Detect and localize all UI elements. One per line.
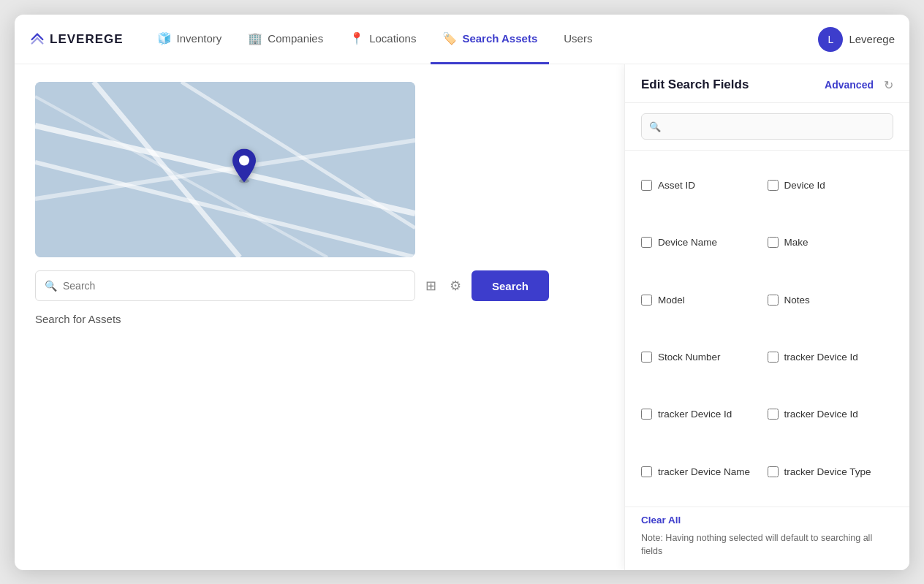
companies-icon: 🏢	[248, 31, 262, 45]
checkbox-tracker-device-type[interactable]	[768, 466, 779, 477]
field-item-tracker-device-type: tracker Device Type	[768, 443, 894, 500]
app-window: LEVEREGE 🧊 Inventory 🏢 Companies 📍 Locat…	[15, 15, 909, 570]
grid-icon[interactable]: ⊞	[423, 278, 439, 294]
checkbox-stock-number[interactable]	[641, 352, 652, 363]
nav-items: 🧊 Inventory 🏢 Companies 📍 Locations 🏷️ S…	[145, 15, 819, 64]
panel-footer: Clear All Note: Having nothing selected …	[625, 507, 909, 571]
map-container	[35, 82, 415, 257]
panel-header: Edit Search Fields Advanced ↻	[625, 64, 909, 103]
logo-text: LEVEREGE	[50, 32, 124, 47]
field-item-device-name: Device Name	[641, 213, 768, 270]
field-item-asset-id: Asset ID	[641, 156, 768, 213]
locations-icon: 📍	[349, 31, 364, 45]
checkbox-tracker-device-id-3[interactable]	[768, 409, 779, 420]
edit-panel: Edit Search Fields Advanced ↻ 🔍 Asset ID…	[624, 64, 909, 570]
checkbox-tracker-device-id-2[interactable]	[641, 409, 652, 420]
logo[interactable]: LEVEREGE	[29, 31, 124, 48]
search-button[interactable]: Search	[472, 270, 549, 301]
search-input-wrap[interactable]: 🔍	[35, 270, 415, 301]
fields-grid: Asset IDDevice IdDevice NameMakeModelNot…	[625, 151, 909, 507]
field-label-stock-number: Stock Number	[658, 352, 721, 363]
avatar: L	[818, 27, 843, 52]
field-item-device-id: Device Id	[768, 156, 894, 213]
inventory-icon: 🧊	[157, 31, 172, 45]
checkbox-device-name[interactable]	[641, 237, 652, 248]
main-content: 🔍 ⊞ ⚙ Search Search for Assets Edit Sear…	[15, 64, 909, 570]
nav-item-inventory[interactable]: 🧊 Inventory	[145, 15, 234, 64]
nav-label-locations: Locations	[369, 32, 416, 45]
checkbox-tracker-device-name[interactable]	[641, 466, 652, 477]
field-label-tracker-device-type: tracker Device Type	[784, 466, 871, 477]
panel-note: Note: Having nothing selected will defau…	[641, 531, 893, 559]
field-label-model: Model	[658, 295, 685, 306]
checkbox-tracker-device-id-1[interactable]	[768, 352, 779, 363]
field-label-notes: Notes	[784, 295, 810, 306]
field-label-tracker-device-id-2: tracker Device Id	[658, 409, 732, 420]
field-label-tracker-device-name: tracker Device Name	[658, 466, 750, 477]
nav-item-search-assets[interactable]: 🏷️ Search Assets	[431, 15, 549, 64]
field-item-tracker-device-name: tracker Device Name	[641, 443, 768, 500]
search-bar-row: 🔍 ⊞ ⚙ Search	[35, 270, 604, 301]
refresh-icon[interactable]: ↻	[884, 78, 893, 92]
nav-item-companies[interactable]: 🏢 Companies	[236, 15, 335, 64]
panel-header-right: Advanced ↻	[825, 78, 893, 92]
svg-point-8	[239, 156, 249, 166]
field-item-notes: Notes	[768, 271, 894, 328]
field-item-stock-number: Stock Number	[641, 328, 768, 385]
checkbox-asset-id[interactable]	[641, 180, 652, 191]
nav-item-users[interactable]: Users	[552, 15, 604, 64]
field-label-device-id: Device Id	[784, 180, 825, 191]
checkbox-device-id[interactable]	[768, 180, 779, 191]
field-item-make: Make	[768, 213, 894, 270]
panel-search-icon: 🔍	[649, 121, 661, 132]
field-label-make: Make	[784, 237, 808, 248]
checkbox-notes[interactable]	[768, 295, 779, 306]
search-icon: 🔍	[45, 280, 57, 292]
panel-search-input[interactable]	[665, 121, 885, 132]
gear-icon[interactable]: ⚙	[447, 278, 464, 294]
panel-title: Edit Search Fields	[641, 77, 749, 92]
field-item-tracker-device-id-3: tracker Device Id	[768, 386, 894, 443]
search-assets-icon: 🏷️	[442, 31, 457, 45]
field-label-asset-id: Asset ID	[658, 180, 695, 191]
nav-label-search-assets: Search Assets	[462, 32, 537, 45]
field-label-device-name: Device Name	[658, 237, 717, 248]
nav-user[interactable]: L Leverege	[818, 27, 895, 52]
checkbox-make[interactable]	[768, 237, 779, 248]
field-item-tracker-device-id-2: tracker Device Id	[641, 386, 768, 443]
map-pin	[230, 149, 258, 191]
content-area: 🔍 ⊞ ⚙ Search Search for Assets	[15, 64, 624, 570]
field-item-tracker-device-id-1: tracker Device Id	[768, 328, 894, 385]
panel-search-wrap[interactable]: 🔍	[641, 113, 893, 140]
clear-all-button[interactable]: Clear All	[641, 515, 893, 526]
field-item-model: Model	[641, 271, 768, 328]
field-label-tracker-device-id-1: tracker Device Id	[784, 352, 858, 363]
username: Leverege	[849, 33, 895, 45]
search-input[interactable]	[63, 280, 406, 292]
navbar: LEVEREGE 🧊 Inventory 🏢 Companies 📍 Locat…	[15, 15, 909, 64]
panel-search: 🔍	[625, 103, 909, 151]
advanced-link[interactable]: Advanced	[825, 79, 874, 91]
field-label-tracker-device-id-3: tracker Device Id	[784, 409, 858, 420]
checkbox-model[interactable]	[641, 295, 652, 306]
nav-item-locations[interactable]: 📍 Locations	[338, 15, 428, 64]
nav-label-users: Users	[564, 32, 592, 45]
nav-label-companies: Companies	[268, 32, 323, 45]
nav-label-inventory: Inventory	[177, 32, 222, 45]
search-results-label: Search for Assets	[35, 313, 604, 325]
